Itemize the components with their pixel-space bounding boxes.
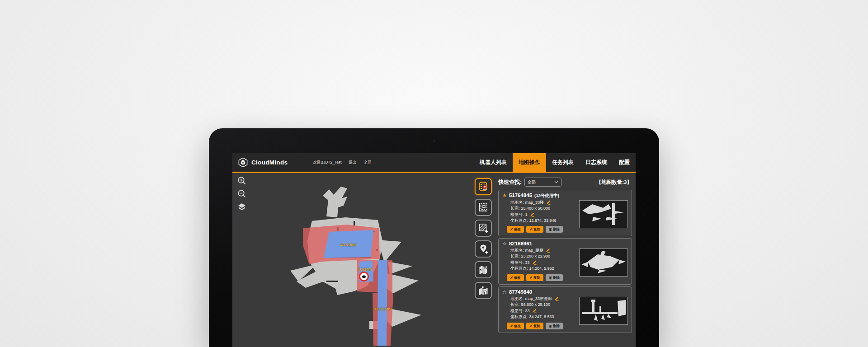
trash-icon <box>549 324 552 328</box>
edit-pencil-icon[interactable] <box>532 260 537 265</box>
map-thumbnail-image <box>580 249 627 276</box>
quick-search-label: 快速查找: <box>498 178 522 186</box>
field-label: 长宽: <box>510 302 520 307</box>
edit-map-button[interactable]: 修改 <box>507 323 524 329</box>
field-label: 地图名: <box>510 296 524 301</box>
cloudminds-logo-icon <box>238 157 248 168</box>
nav-item-log-system[interactable]: 日志系统 <box>580 153 613 172</box>
chevron-down-icon <box>554 181 558 183</box>
robot-position-marker <box>359 272 369 281</box>
upload-map-icon <box>478 285 489 296</box>
nav-item-robot-list[interactable]: 机器人列表 <box>474 153 513 172</box>
map-id: 87749840 <box>509 289 532 295</box>
map-thumbnail-image <box>580 297 627 324</box>
edit-pencil-icon[interactable] <box>546 248 550 253</box>
zoom-out-button[interactable] <box>237 189 247 199</box>
webcam-icon <box>433 140 435 142</box>
field-label: 坐标原点: <box>510 266 528 271</box>
tool-upload-map-button[interactable] <box>475 282 492 299</box>
measure-area-icon <box>478 202 489 213</box>
field-label: 长宽: <box>510 254 520 259</box>
pencil-icon <box>529 276 533 279</box>
map-dimensions-value: 56.600 x 25.100 <box>521 302 551 307</box>
add-point-icon <box>478 244 489 254</box>
tool-delete-map-button[interactable] <box>475 261 492 278</box>
tool-add-restricted-zone-button[interactable] <box>475 220 492 237</box>
map-name-value: map_33楼 <box>525 200 544 205</box>
pencil-icon <box>510 276 513 279</box>
robot-icon <box>362 275 366 278</box>
nav-item-task-list[interactable]: 任务列表 <box>546 153 580 172</box>
map-edit-toolbar <box>475 178 492 299</box>
edit-pencil-icon[interactable] <box>546 200 551 205</box>
map-origin-value: 14.204, 5.952 <box>529 266 554 271</box>
delete-map-button[interactable]: 删除 <box>546 274 563 281</box>
area-size-label: 8.614m² <box>359 267 373 272</box>
pencil-icon <box>510 324 513 328</box>
map-list-panel: 快速查找: 全部 【地图数量:3】 ★ 51764845 (12号使用中) <box>496 173 636 346</box>
cloudminds-logo: CloudMinds <box>238 157 288 168</box>
add-restricted-zone-icon <box>478 223 489 234</box>
trash-icon <box>549 276 552 280</box>
logout-link[interactable]: 退出 <box>349 160 357 165</box>
map-card: ☆ 82186961 地图名: map_腿腿 长宽: 23.200 x 22.9… <box>498 238 632 285</box>
filter-selected-value: 全部 <box>528 179 536 185</box>
panel-header: 快速查找: 全部 【地图数量:3】 <box>498 177 632 188</box>
tool-point-list-button[interactable] <box>475 178 492 195</box>
favorite-star-icon[interactable]: ☆ <box>502 241 507 247</box>
edit-map-button[interactable]: 修改 <box>507 226 524 233</box>
delete-map-icon <box>478 264 489 275</box>
favorite-star-icon[interactable]: ★ <box>502 192 507 198</box>
edit-pencil-icon[interactable] <box>532 309 537 313</box>
edit-pencil-icon[interactable] <box>530 212 534 217</box>
map-thumbnail <box>579 249 628 277</box>
map-origin-value: 34.247, 8.533 <box>529 314 554 319</box>
welcome-text: 欢迎BJDT2_Test <box>313 160 341 165</box>
main-nav: 机器人列表 地图操作 任务列表 日志系统 配置 <box>474 153 636 172</box>
pencil-icon <box>529 228 533 231</box>
laptop-frame: CloudMinds 欢迎BJDT2_Test 退出 全屏 机器人列表 地图操作… <box>209 128 659 347</box>
area-size-label: 80.215m² <box>375 307 392 311</box>
map-dimensions-value: 25.400 x 50.000 <box>521 206 551 211</box>
zoom-in-button[interactable] <box>237 176 247 186</box>
field-label: 地图名: <box>510 200 524 205</box>
copy-map-button[interactable]: 复制 <box>526 226 543 233</box>
copy-map-button[interactable]: 复制 <box>526 323 543 329</box>
delete-map-button[interactable]: 删除 <box>546 323 563 329</box>
pencil-icon <box>510 228 513 231</box>
field-label: 坐标原点: <box>510 218 528 223</box>
map-dimensions-value: 23.200 x 22.900 <box>521 254 551 259</box>
field-label: 坐标原点: <box>510 314 528 319</box>
field-label: 楼层号: <box>510 309 524 314</box>
zoom-in-icon <box>237 176 246 185</box>
brand-name: CloudMinds <box>251 159 288 166</box>
top-navbar: CloudMinds 欢迎BJDT2_Test 退出 全屏 机器人列表 地图操作… <box>232 153 636 173</box>
map-name-value: map_33层走廊 <box>525 296 552 301</box>
favorite-star-icon[interactable]: ☆ <box>502 289 507 295</box>
app-screen: CloudMinds 欢迎BJDT2_Test 退出 全屏 机器人列表 地图操作… <box>232 153 636 347</box>
field-label: 楼层号: <box>510 260 524 265</box>
point-list-icon <box>478 181 489 192</box>
copy-map-button[interactable]: 复制 <box>526 274 543 281</box>
map-zoom-tools <box>237 176 247 212</box>
trash-icon <box>549 228 552 231</box>
layers-button[interactable] <box>237 202 247 212</box>
map-floor-value: 1 <box>525 212 528 217</box>
edit-map-button[interactable]: 修改 <box>507 274 524 281</box>
map-in-use-badge: (12号使用中) <box>534 193 559 199</box>
zoom-out-icon <box>237 189 246 198</box>
filter-select[interactable]: 全部 <box>524 178 561 187</box>
fullscreen-link[interactable]: 全屏 <box>364 160 372 165</box>
nav-item-config[interactable]: 配置 <box>613 153 636 172</box>
delete-map-button[interactable]: 删除 <box>546 226 563 233</box>
nav-item-map-operations[interactable]: 地图操作 <box>513 153 546 172</box>
tool-add-point-button[interactable] <box>475 240 492 258</box>
map-name-value: map_腿腿 <box>525 248 544 253</box>
layers-icon <box>237 203 246 211</box>
field-label: 长宽: <box>510 206 520 211</box>
map-viewport[interactable]: 40.519m² 8.614m² 80.215m² <box>232 173 496 346</box>
field-label: 地图名: <box>510 248 524 253</box>
map-thumbnail <box>579 200 628 228</box>
edit-pencil-icon[interactable] <box>554 296 559 301</box>
tool-measure-area-button[interactable] <box>475 199 492 216</box>
